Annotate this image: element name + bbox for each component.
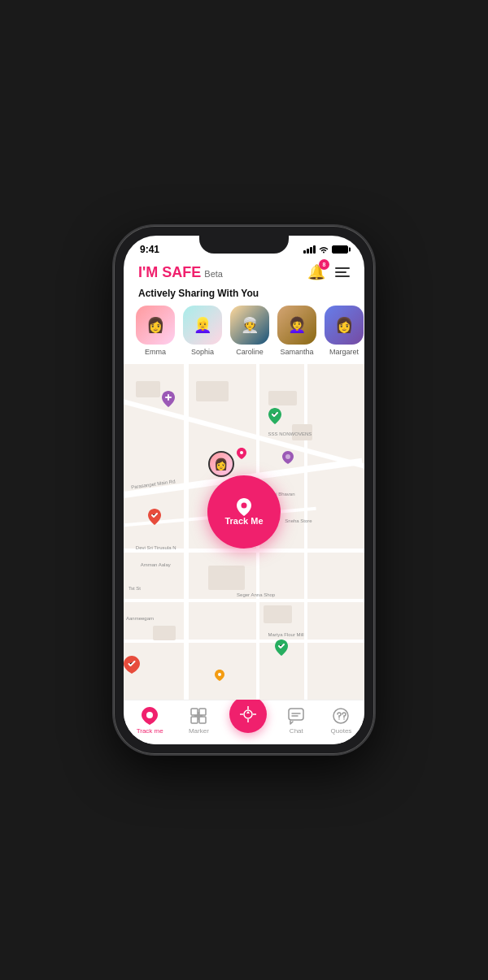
phone-screen: 9:41 I'M SAFEBeta [124, 236, 364, 744]
svg-point-3 [242, 502, 247, 508]
svg-point-1 [240, 451, 243, 454]
map-block [268, 391, 297, 405]
location-pin-icon [237, 498, 251, 516]
map-label-aanmeegam: Aanmeegam [126, 616, 154, 621]
contact-avatar-sophia: 👱‍♀️ [183, 306, 222, 345]
svg-point-20 [339, 718, 341, 720]
svg-point-4 [146, 712, 153, 718]
pin-green-bottom [275, 640, 288, 656]
svg-point-0 [285, 454, 290, 459]
phone-frame: 9:41 I'M SAFEBeta [114, 226, 374, 754]
contact-item-emma[interactable]: 👩 Emma [132, 306, 179, 356]
nav-label-marker: Marker [189, 727, 209, 735]
pin-green [268, 408, 281, 424]
header-icons: 🔔 8 [307, 263, 350, 281]
status-time: 9:41 [140, 244, 159, 255]
notification-badge: 8 [319, 259, 329, 270]
nav-label-quotes: Quotes [331, 727, 352, 735]
contact-name-emma: Emma [145, 348, 166, 356]
pin-purple [162, 391, 175, 407]
map-block [196, 381, 229, 401]
quotes-nav-icon [332, 707, 350, 725]
track-me-nav-icon [142, 707, 158, 725]
contact-name-caroline: Caroline [236, 348, 264, 356]
svg-rect-7 [191, 717, 198, 723]
contact-name-sophia: Sophia [191, 348, 214, 356]
contact-item-samantha[interactable]: 👩‍🦱 Samantha [273, 306, 320, 356]
map-block [208, 566, 245, 590]
map-label-mariya: Mariya Flour Mill [268, 632, 304, 637]
contact-item-margaret[interactable]: 👩 Margaret [320, 306, 364, 356]
pin-red-bottom-left [124, 656, 140, 674]
road-h3 [124, 599, 364, 602]
bottom-nav: Track me Marker [124, 700, 364, 744]
marker-nav-icon [190, 707, 207, 725]
pin-red [148, 509, 161, 525]
nav-item-track-me[interactable]: Track me [132, 707, 168, 735]
map-label-devi: Devi Sri Tirusula N [136, 545, 176, 550]
svg-rect-8 [199, 717, 206, 723]
svg-point-2 [218, 673, 221, 676]
nav-label-chat: Chat [290, 727, 303, 735]
contact-avatar-margaret: 👩 [325, 306, 364, 345]
pin-pink-small [237, 448, 246, 459]
track-me-button[interactable]: Track Me [207, 475, 281, 549]
map-label-tst: Tst St [129, 586, 141, 591]
app-header: I'M SAFEBeta 🔔 8 [124, 258, 364, 288]
map-container[interactable]: Parasanpet Main Rd SSS NONWOVENS Sri Sak… [124, 364, 364, 700]
app-title: I'M SAFEBeta [138, 264, 223, 281]
beta-label: Beta [204, 269, 223, 279]
contact-item-caroline[interactable]: 👳‍♀️ Caroline [226, 306, 273, 356]
svg-rect-5 [191, 709, 198, 715]
notification-bell-wrapper[interactable]: 🔔 8 [307, 263, 325, 281]
svg-rect-6 [199, 709, 206, 715]
pin-orange-bottom [215, 670, 224, 681]
notch [199, 236, 289, 254]
contact-avatar-samantha: 👩‍🦱 [277, 306, 316, 345]
map-label-sss: SSS NONWOVENS [268, 431, 312, 436]
nav-center-icon [239, 705, 257, 723]
status-icons [303, 245, 348, 254]
contact-item-sophia[interactable]: 👱‍♀️ Sophia [179, 306, 226, 356]
map-block [153, 626, 176, 640]
contact-name-samantha: Samantha [280, 348, 313, 356]
map-label-sneha: Sneha Store [285, 518, 312, 523]
map-block [136, 381, 160, 397]
svg-rect-16 [289, 709, 303, 720]
track-me-label: Track Me [224, 516, 263, 526]
app-name-text: I'M SAFE [138, 264, 201, 280]
contact-name-margaret: Margaret [329, 348, 359, 356]
nav-center-button[interactable] [229, 696, 267, 733]
battery-icon [332, 245, 348, 254]
contact-avatar-emma: 👩 [136, 306, 175, 345]
map-label-amman: Amman Aalay [141, 562, 171, 567]
contact-avatar-caroline: 👳‍♀️ [230, 306, 269, 345]
map-block [264, 605, 292, 623]
section-title: Actively Sharing With You [124, 288, 364, 306]
nav-item-marker[interactable]: Marker [184, 707, 214, 735]
map-pin-purple-icon [282, 451, 294, 464]
svg-point-21 [344, 718, 346, 720]
signal-bars-icon [303, 245, 316, 254]
map-label-seger: Seger Anna Shop [237, 592, 275, 597]
nav-label-track-me: Track me [137, 727, 163, 735]
contacts-row: 👩 Emma 👱‍♀️ Sophia 👳‍♀️ Caroline 👩‍🦱 Sam… [124, 306, 364, 364]
user-avatar-pin: 👩 [208, 451, 234, 477]
nav-item-chat[interactable]: Chat [282, 707, 310, 735]
chat-nav-icon [287, 707, 305, 725]
menu-button[interactable] [335, 267, 350, 277]
road-v1 [184, 364, 189, 700]
road-v3 [304, 364, 307, 700]
nav-item-quotes[interactable]: Quotes [326, 707, 357, 735]
wifi-icon [319, 245, 329, 254]
